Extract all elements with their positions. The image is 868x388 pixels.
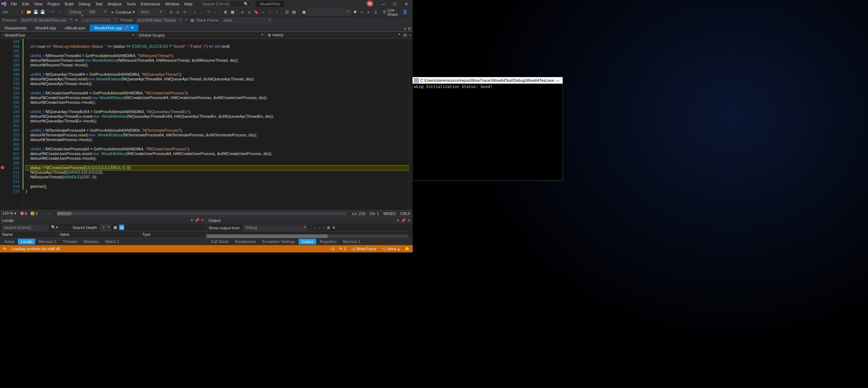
menu-window[interactable]: Window <box>163 1 181 7</box>
minimize-button[interactable]: — <box>378 0 388 8</box>
back-icon[interactable]: ← <box>60 225 64 230</box>
menu-extensions[interactable]: Extensions <box>139 1 163 7</box>
eol-mode[interactable]: CRLF <box>400 211 410 216</box>
tb-icon-6[interactable]: ⊡ <box>284 9 290 16</box>
panel-dropdown-icon[interactable]: ▾ <box>191 218 193 223</box>
out-icon-4[interactable]: ≣ <box>327 225 330 230</box>
tab-wow64-hpp[interactable]: Wow64.hpp <box>31 25 60 31</box>
tab-disassembly[interactable]: Disassembly <box>0 25 31 31</box>
console-close-icon[interactable]: ✕ <box>569 78 572 83</box>
nav-back-icon[interactable]: ◎▾ <box>2 9 8 16</box>
btab-watch1[interactable]: Watch 1 <box>102 239 122 244</box>
btab-callstack[interactable]: Call Stack <box>208 239 232 244</box>
horizontal-scrollbar[interactable] <box>57 212 347 215</box>
save-icon[interactable]: 💾 <box>33 9 38 16</box>
btab-autos[interactable]: Autos <box>1 239 17 244</box>
process-dropdown[interactable]: [0x67C8] Wow64Test.exe <box>20 17 73 23</box>
btab-exceptions[interactable]: Exception Settings <box>259 239 298 244</box>
close-tab-icon[interactable]: ✕ <box>131 25 134 30</box>
btab-threads[interactable]: Threads <box>60 239 80 244</box>
menu-edit[interactable]: Edit <box>20 1 31 7</box>
search-deeper-icon[interactable]: 🔍▾ <box>51 225 58 230</box>
indent-mode[interactable]: MIXED <box>383 211 396 216</box>
breakpoint-glyph[interactable] <box>1 166 4 169</box>
save-all-icon[interactable]: 💾 <box>40 9 46 16</box>
menu-build[interactable]: Build <box>63 1 76 7</box>
tb-icon-8[interactable]: ▦ <box>301 9 306 16</box>
auto-dropdown[interactable]: Auto <box>139 9 164 15</box>
search-box[interactable]: Search (Ctrl+Q) 🔍 <box>200 1 250 7</box>
new-icon[interactable]: ▯ <box>19 9 25 16</box>
locals-tool-icon[interactable]: ▦ <box>113 225 117 230</box>
add-icon[interactable]: + <box>408 33 413 37</box>
depth-dropdown[interactable]: 3 <box>100 224 111 231</box>
tab-dropdown-icon[interactable]: ▾ <box>404 27 406 31</box>
platform-dropdown[interactable]: x86 <box>86 9 108 15</box>
stop-icon[interactable]: ■ <box>175 9 180 16</box>
panel-close-icon[interactable]: ✕ <box>407 218 410 223</box>
lifecycle-icon[interactable]: ⟳ <box>75 18 78 23</box>
warning-count[interactable]: ! 3 <box>31 211 37 216</box>
out-icon-3[interactable]: ≡ <box>323 226 325 230</box>
tab-wow64test-cpp[interactable]: Wow64Test.cpp 📌 ✕ <box>90 24 138 31</box>
thread-flag-icon[interactable]: ⚐ <box>185 18 188 23</box>
restart-icon[interactable]: ⟳ <box>182 9 187 16</box>
btab-breakpoints[interactable]: Breakpoints <box>232 239 259 244</box>
zoom-level[interactable]: 110 % ▾ <box>2 211 17 216</box>
btab-memory2[interactable]: Memory 2 <box>36 239 59 244</box>
error-count[interactable]: ✕ 0 <box>20 211 27 216</box>
panel-pin-icon[interactable]: 📌 <box>401 218 406 223</box>
panel-dropdown-icon[interactable]: ▾ <box>397 218 399 223</box>
console-max-icon[interactable]: ☐ <box>562 78 566 83</box>
open-icon[interactable]: 📂 <box>26 9 32 16</box>
thread-icon[interactable]: ▦ <box>191 18 194 23</box>
thread-dropdown[interactable]: [0x2304] Main Thread <box>136 17 183 23</box>
nav-fwd-icon[interactable]: → <box>9 9 15 16</box>
tb-icon-9[interactable]: ✱ <box>352 9 358 16</box>
btab-locals[interactable]: Locals <box>18 239 35 244</box>
glyph-margin[interactable] <box>0 39 5 210</box>
tb-icon-2[interactable]: ▦ <box>230 9 235 16</box>
btab-modules[interactable]: Modules <box>81 239 102 244</box>
code-editor[interactable]: 1831841851861871881891901911921931941951… <box>0 39 413 210</box>
menu-project[interactable]: Project <box>45 1 62 7</box>
lifecycle-dropdown[interactable]: Lifecycle Events <box>80 17 117 23</box>
nav-member[interactable]: ◉ main() <box>266 32 403 38</box>
prev-issue-icon[interactable]: ← <box>41 211 45 216</box>
config-dropdown[interactable]: Debug <box>67 9 85 15</box>
step-over-icon[interactable]: ↷ <box>206 9 211 16</box>
branch-name[interactable]: ⌥ inline ▴ <box>381 247 400 251</box>
code-content[interactable]: std::cout << "WowLog Initialization Stat… <box>24 39 409 210</box>
tab-options-icon[interactable]: ⚙ <box>408 27 411 31</box>
tb-icon-7[interactable]: ▤ <box>291 9 296 16</box>
btab-registers[interactable]: Registers <box>317 239 339 244</box>
panel-close-icon[interactable]: ✕ <box>201 218 204 223</box>
comment-icon[interactable]: ≡ <box>240 9 245 16</box>
tb-icon-4[interactable]: ▫ <box>267 9 273 16</box>
locals-search[interactable]: Search (Ctrl+E) <box>2 225 49 230</box>
maximize-button[interactable]: ☐ <box>390 0 400 8</box>
output-from-dropdown[interactable]: Debug <box>243 225 308 231</box>
menu-tools[interactable]: Tools <box>125 1 138 7</box>
pin-icon[interactable]: 📌 <box>124 26 128 30</box>
col-name[interactable]: Name <box>0 232 57 238</box>
menu-test[interactable]: Test <box>93 1 105 7</box>
fwd-icon[interactable]: → <box>66 225 70 230</box>
repo-name[interactable]: ⎇ WowTracer <box>351 247 377 251</box>
console-output[interactable]: wLog Initialization Status: Good! <box>413 84 563 90</box>
tb-icon-10[interactable]: ▹ <box>359 9 365 16</box>
tb-icon-11[interactable]: ▹ <box>366 9 372 16</box>
out-icon-5[interactable]: ✕ <box>332 225 336 230</box>
locals-tool2-icon[interactable]: ▦ <box>119 225 124 230</box>
console-min-icon[interactable]: — <box>555 78 559 83</box>
tb-icon-3[interactable]: ▫ <box>261 9 266 16</box>
btab-output[interactable]: Output <box>299 239 316 244</box>
tb-icon-12[interactable]: ▯ <box>373 9 379 16</box>
panel-pin-icon[interactable]: 📌 <box>194 218 200 223</box>
col-value[interactable]: Value <box>57 232 140 238</box>
console-titlebar[interactable]: ⊡ C:\Users\steve\source\repos\WowTracer\… <box>413 77 563 84</box>
uncomment-icon[interactable]: ≡ <box>247 9 252 16</box>
tab-x86call-asm[interactable]: x86call.asm <box>60 25 90 31</box>
out-icon-2[interactable]: ≡ <box>318 226 320 230</box>
col-type[interactable]: Type <box>140 232 206 238</box>
